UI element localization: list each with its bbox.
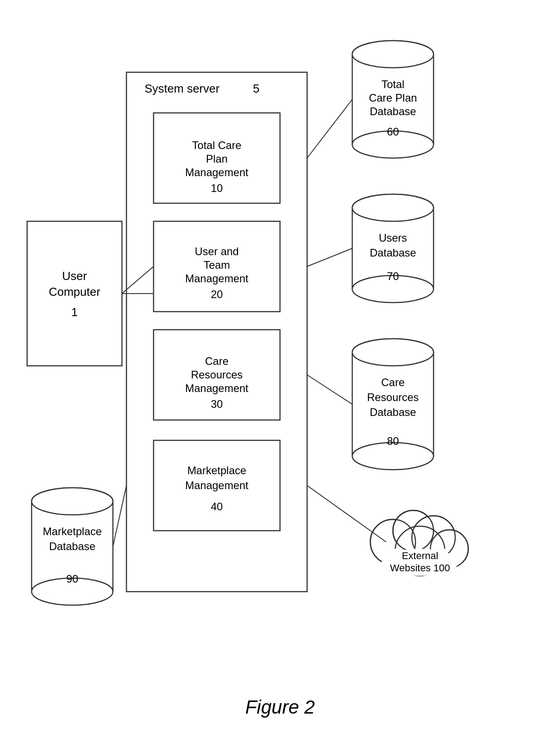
diagram-svg: User Computer 1 System server 5 Total Ca… <box>0 0 560 747</box>
svg-text:Management: Management <box>185 166 248 178</box>
svg-text:60: 60 <box>387 126 399 138</box>
svg-text:Figure 2: Figure 2 <box>245 696 315 718</box>
svg-line-82 <box>307 375 352 404</box>
svg-text:Marketplace: Marketplace <box>43 525 102 537</box>
svg-text:Total: Total <box>382 78 405 90</box>
svg-text:Care: Care <box>205 355 229 367</box>
svg-text:Plan: Plan <box>206 153 228 165</box>
svg-text:10: 10 <box>211 182 223 194</box>
svg-line-83 <box>307 486 386 542</box>
svg-text:Team: Team <box>204 259 230 271</box>
svg-point-31 <box>352 41 434 68</box>
svg-text:External: External <box>402 550 439 561</box>
svg-point-60 <box>32 488 113 515</box>
svg-text:80: 80 <box>387 435 399 447</box>
svg-text:Management: Management <box>185 272 248 285</box>
svg-text:Database: Database <box>370 247 416 259</box>
svg-point-50 <box>352 339 434 366</box>
svg-text:Resources: Resources <box>367 391 419 403</box>
svg-point-41 <box>352 194 434 221</box>
diagram: User Computer 1 System server 5 Total Ca… <box>0 0 560 747</box>
svg-text:Care: Care <box>381 376 405 388</box>
svg-text:70: 70 <box>387 270 399 282</box>
svg-text:90: 90 <box>66 573 79 585</box>
svg-text:Database: Database <box>49 540 96 552</box>
svg-text:Computer: Computer <box>49 285 100 299</box>
svg-text:Management: Management <box>185 382 248 394</box>
svg-text:Resources: Resources <box>191 369 243 381</box>
svg-text:30: 30 <box>211 398 223 410</box>
svg-text:Marketplace: Marketplace <box>187 464 247 476</box>
svg-text:System server: System server <box>145 82 219 95</box>
svg-text:Users: Users <box>379 232 407 244</box>
svg-text:Database: Database <box>370 406 416 418</box>
svg-text:20: 20 <box>211 288 223 300</box>
svg-text:40: 40 <box>211 500 223 513</box>
svg-line-81 <box>307 248 352 266</box>
svg-text:User and: User and <box>195 245 238 257</box>
svg-text:User: User <box>62 269 87 283</box>
svg-line-84 <box>113 486 126 546</box>
svg-line-80 <box>307 99 352 158</box>
svg-text:1: 1 <box>71 305 78 319</box>
svg-text:Care Plan: Care Plan <box>369 92 417 104</box>
svg-text:Management: Management <box>185 479 248 491</box>
svg-text:5: 5 <box>253 82 259 95</box>
svg-text:Websites 100: Websites 100 <box>390 562 450 574</box>
svg-text:Total Care: Total Care <box>192 139 241 151</box>
svg-text:Database: Database <box>370 105 416 117</box>
